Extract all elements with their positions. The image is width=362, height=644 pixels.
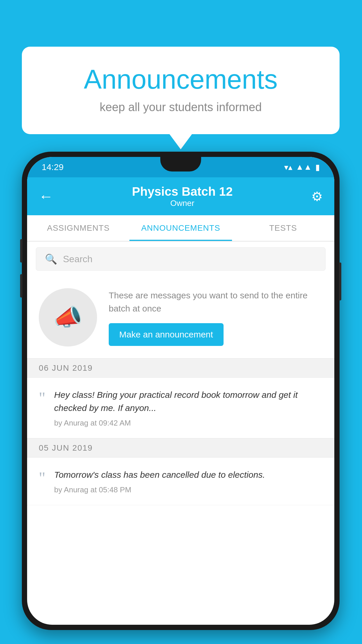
announcement-author-1: by Anurag at 09:42 AM: [54, 419, 323, 428]
announcement-text-2: Tomorrow's class has been cancelled due …: [54, 468, 323, 481]
promo-icon-circle: 📣: [39, 288, 97, 346]
speech-bubble-title: Announcements: [45, 64, 316, 95]
back-button[interactable]: ←: [39, 188, 53, 205]
signal-icon: ▲▲: [296, 162, 312, 172]
volume-down-button[interactable]: [20, 274, 22, 298]
promo-card: 📣 These are messages you want to send to…: [27, 276, 334, 358]
notch: [160, 157, 201, 172]
speech-bubble: Announcements keep all your students inf…: [22, 47, 340, 134]
announcement-author-2: by Anurag at 05:48 PM: [54, 485, 323, 494]
tab-bar: ASSIGNMENTS ANNOUNCEMENTS TESTS: [27, 215, 334, 242]
date-separator-2: 05 JUN 2019: [27, 438, 334, 458]
tab-assignments[interactable]: ASSIGNMENTS: [27, 215, 129, 241]
announcement-item-1[interactable]: " Hey class! Bring your practical record…: [27, 378, 334, 438]
volume-up-button[interactable]: [20, 239, 22, 262]
phone-mockup: 14:29 ▾▴ ▲▲ ▮ ← Physics Batch 12 Owner ⚙: [22, 152, 340, 630]
speech-bubble-container: Announcements keep all your students inf…: [22, 47, 340, 134]
megaphone-icon: 📣: [53, 304, 82, 331]
announcement-item-2[interactable]: " Tomorrow's class has been cancelled du…: [27, 458, 334, 505]
quote-icon-2: ": [39, 470, 45, 486]
search-placeholder: Search: [63, 254, 92, 265]
battery-icon: ▮: [315, 162, 320, 172]
app-bar-center: Physics Batch 12 Owner: [132, 185, 233, 208]
speech-bubble-subtitle: keep all your students informed: [45, 101, 316, 114]
settings-icon[interactable]: ⚙: [311, 189, 323, 204]
quote-icon-1: ": [39, 390, 45, 406]
status-time: 14:29: [42, 162, 64, 172]
search-bar[interactable]: 🔍 Search: [36, 247, 326, 271]
promo-description: These are messages you want to send to t…: [109, 289, 323, 315]
make-announcement-button[interactable]: Make an announcement: [109, 323, 224, 346]
tab-announcements[interactable]: ANNOUNCEMENTS: [129, 215, 232, 241]
phone-screen: 14:29 ▾▴ ▲▲ ▮ ← Physics Batch 12 Owner ⚙: [27, 157, 334, 625]
announcement-content-2: Tomorrow's class has been cancelled due …: [54, 468, 323, 494]
phone-outer: 14:29 ▾▴ ▲▲ ▮ ← Physics Batch 12 Owner ⚙: [22, 152, 340, 630]
wifi-icon: ▾▴: [284, 162, 292, 172]
announcement-text-1: Hey class! Bring your practical record b…: [54, 388, 323, 414]
date-separator-1: 06 JUN 2019: [27, 358, 334, 378]
search-container: 🔍 Search: [27, 242, 334, 276]
status-bar: 14:29 ▾▴ ▲▲ ▮: [27, 157, 334, 177]
announcement-content-1: Hey class! Bring your practical record b…: [54, 388, 323, 428]
status-icons: ▾▴ ▲▲ ▮: [284, 162, 320, 172]
power-button[interactable]: [339, 262, 341, 300]
app-bar: ← Physics Batch 12 Owner ⚙: [27, 177, 334, 215]
tab-tests[interactable]: TESTS: [232, 215, 334, 241]
app-bar-subtitle: Owner: [132, 199, 233, 208]
search-icon: 🔍: [45, 253, 57, 265]
promo-content: These are messages you want to send to t…: [109, 289, 323, 346]
app-bar-title: Physics Batch 12: [132, 185, 233, 199]
